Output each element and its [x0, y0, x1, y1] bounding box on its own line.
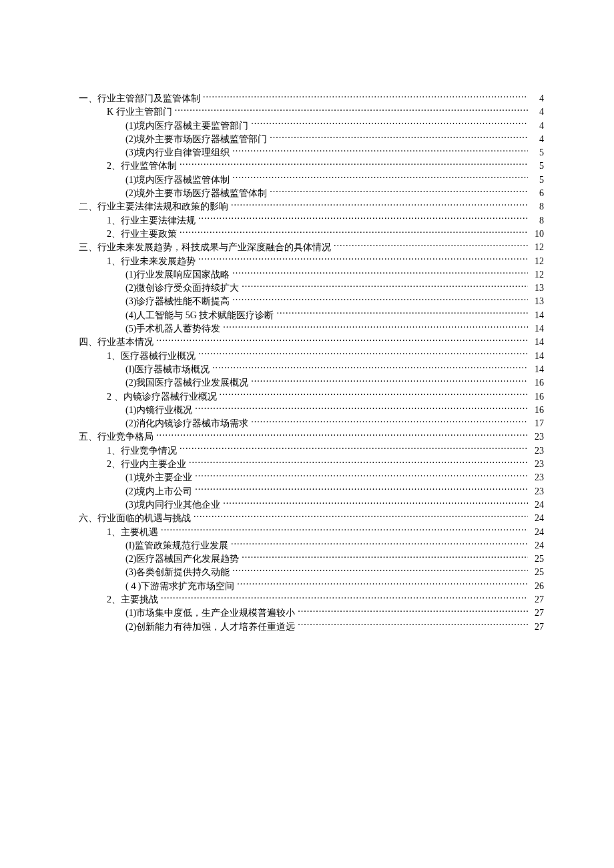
- toc-entry-title: (1)内镜行业概况: [125, 404, 192, 417]
- toc-entry-page: 4: [531, 133, 544, 146]
- toc-entry: 2 、内镜诊疗器械行业概况16: [79, 390, 544, 404]
- toc-entry-page: 6: [531, 187, 544, 200]
- toc-leader-dots: [232, 146, 528, 155]
- toc-entry-page: 24: [531, 539, 544, 552]
- toc-entry-title: (2)我国医疗器械行业发展概况: [125, 376, 248, 390]
- toc-entry-page: 17: [531, 417, 544, 430]
- toc-entry: 一、行业主管部门及监管体制4: [79, 92, 544, 105]
- toc-entry-title: (2)境外主要市场医疗器械监管部门: [125, 133, 267, 146]
- toc-leader-dots: [232, 173, 528, 183]
- document-page: 一、行业主管部门及监管体制4K 行业主管部门4(1)境内医疗器械主要监管部门4(…: [0, 0, 614, 868]
- toc-leader-dots: [298, 606, 528, 616]
- toc-entry-page: 5: [531, 173, 544, 187]
- toc-entry: (1)境外主要企业23: [79, 471, 544, 484]
- toc-entry: 1、行业未来发展趋势12: [79, 255, 544, 268]
- toc-entry-title: 1、行业未来发展趋势: [107, 255, 196, 268]
- toc-entry-title: 五、行业竞争格局: [79, 430, 154, 444]
- toc-leader-dots: [161, 526, 528, 535]
- toc-leader-dots: [232, 295, 528, 304]
- toc-entry-title: 2、行业内主要企业: [107, 458, 186, 471]
- toc-entry: (2)境内上市公司23: [79, 485, 544, 498]
- toc-entry-page: 24: [531, 498, 544, 512]
- toc-entry-page: 27: [531, 593, 544, 606]
- toc-entry-title: 二、行业主要法律法规和政策的影响: [79, 200, 228, 213]
- toc-entry: (1)境内医疗器械监管体制5: [79, 173, 544, 187]
- toc-entry: 2、行业主要政策10: [79, 228, 544, 241]
- toc-entry: (1)行业发展响应国家战略12: [79, 268, 544, 282]
- toc-entry-title: 一、行业主管部门及监管体制: [79, 92, 200, 105]
- toc-entry: (2)医疗器械国产化发展趋势25: [79, 552, 544, 566]
- toc-entry-page: 16: [531, 376, 544, 390]
- toc-entry-page: 8: [531, 200, 544, 213]
- toc-entry: 1、主要机遇24: [79, 526, 544, 539]
- toc-leader-dots: [180, 228, 528, 237]
- toc-entry-title: 2、行业监管体制: [107, 159, 177, 173]
- toc-leader-dots: [251, 417, 528, 426]
- toc-entry: 二、行业主要法律法规和政策的影响8: [79, 200, 544, 213]
- toc-entry: (1)境内医疗器械主要监管部门4: [79, 119, 544, 133]
- toc-entry-page: 14: [531, 336, 544, 349]
- toc-leader-dots: [156, 336, 528, 345]
- toc-entry-page: 8: [531, 214, 544, 228]
- toc-leader-dots: [220, 390, 529, 400]
- toc-entry: (3)境内行业自律管理组织5: [79, 146, 544, 159]
- toc-entry-title: (2)境内上市公司: [125, 485, 192, 498]
- toc-entry-page: 12: [531, 268, 544, 282]
- toc-entry-title: 六、行业面临的机遇与挑战: [79, 512, 191, 525]
- toc-entry: 五、行业竞争格局23: [79, 430, 544, 444]
- toc-entry: 2、主要挑战27: [79, 593, 544, 606]
- toc-leader-dots: [232, 566, 528, 575]
- toc-entry: (2)微创诊疗受众面持续扩大13: [79, 282, 544, 295]
- toc-entry-title: 三、行业未来发展趋势，科技成果与产业深度融合的具体情况: [79, 241, 331, 254]
- toc-entry: (1)内镜行业概况16: [79, 404, 544, 417]
- toc-leader-dots: [232, 268, 528, 278]
- toc-leader-dots: [198, 255, 528, 264]
- toc-entry-title: (1)境外主要企业: [125, 471, 192, 484]
- toc-entry-title: 1、行业竞争情况: [107, 444, 177, 458]
- toc-entry-page: 24: [531, 526, 544, 539]
- toc-entry-page: 14: [531, 322, 544, 336]
- toc-leader-dots: [231, 200, 528, 209]
- toc-entry-page: 13: [531, 282, 544, 295]
- toc-leader-dots: [270, 133, 528, 142]
- toc-entry-title: 1、主要机遇: [107, 526, 158, 539]
- toc-entry: 六、行业面临的机遇与挑战24: [79, 512, 544, 525]
- toc-entry: (2)创新能力有待加强，人才培养任重道远27: [79, 620, 544, 634]
- toc-entry: 2、行业监管体制5: [79, 159, 544, 173]
- table-of-contents: 一、行业主管部门及监管体制4K 行业主管部门4(1)境内医疗器械主要监管部门4(…: [79, 92, 544, 634]
- toc-entry-title: 2 、内镜诊疗器械行业概况: [107, 390, 217, 404]
- toc-leader-dots: [194, 512, 528, 521]
- toc-entry-page: 26: [531, 580, 544, 593]
- toc-entry: (2)境外主要市场医疗器械监管部门4: [79, 133, 544, 146]
- toc-entry-page: 16: [531, 390, 544, 404]
- toc-entry: 1、行业竞争情况23: [79, 444, 544, 458]
- toc-entry-page: 14: [531, 350, 544, 363]
- toc-entry-title: (1)行业发展响应国家战略: [125, 268, 230, 282]
- toc-leader-dots: [198, 214, 528, 224]
- toc-leader-dots: [270, 187, 528, 196]
- toc-entry: 1、行业主要法律法规8: [79, 214, 544, 228]
- toc-entry-page: 27: [531, 606, 544, 620]
- toc-entry-title: (1)境内医疗器械监管体制: [125, 173, 230, 187]
- toc-entry: 三、行业未来发展趋势，科技成果与产业深度融合的具体情况12: [79, 241, 544, 254]
- toc-entry-page: 25: [531, 566, 544, 579]
- toc-entry-title: 2、行业主要政策: [107, 228, 177, 241]
- toc-leader-dots: [223, 498, 528, 508]
- toc-entry: (４)下游需求扩充市场空间26: [79, 580, 544, 593]
- toc-entry: (2)我国医疗器械行业发展概况16: [79, 376, 544, 390]
- toc-entry-title: (1)境内医疗器械主要监管部门: [125, 119, 248, 133]
- toc-entry-page: 23: [531, 444, 544, 458]
- toc-entry: (I)医疗器械市场概况14: [79, 363, 544, 376]
- toc-entry: 2、行业内主要企业23: [79, 458, 544, 471]
- toc-leader-dots: [180, 444, 528, 454]
- toc-leader-dots: [195, 485, 528, 494]
- toc-entry-title: (4)人工智能与 5G 技术赋能医疗诊断: [125, 309, 274, 322]
- toc-entry: K 行业主管部门4: [79, 105, 544, 119]
- toc-entry: (I)监管政策规范行业发展24: [79, 539, 544, 552]
- toc-leader-dots: [212, 363, 528, 372]
- toc-leader-dots: [251, 376, 528, 386]
- toc-leader-dots: [237, 580, 528, 589]
- toc-entry-title: (5)手术机器人蓄势待发: [125, 322, 220, 336]
- toc-entry-page: 23: [531, 485, 544, 498]
- toc-leader-dots: [203, 92, 528, 101]
